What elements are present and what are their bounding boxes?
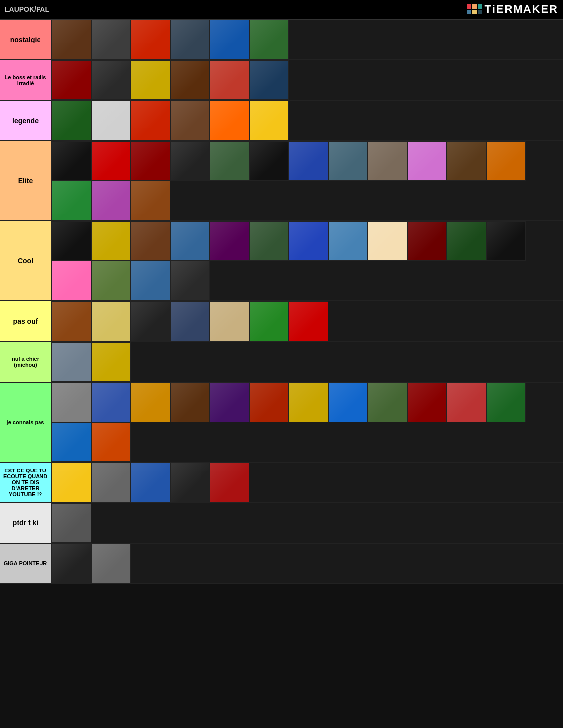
tier-item: [447, 383, 486, 422]
tier-item: [210, 60, 249, 100]
tier-label-connais-pas: je connais pas: [0, 383, 52, 462]
tier-label-ptdr: ptdr t ki: [0, 503, 52, 543]
tier-item: [91, 181, 131, 220]
tier-item: [407, 141, 447, 181]
tier-row-boss: Le boss et radis irradié: [0, 60, 563, 101]
tier-item: [131, 383, 170, 422]
tier-label-elite: Elite: [0, 141, 52, 220]
tier-item: [210, 20, 249, 59]
tier-item: [447, 221, 486, 261]
tier-item: [249, 301, 289, 341]
tier-items-cool: [52, 221, 563, 300]
tier-item: [328, 383, 368, 422]
tier-label-boss: Le boss et radis irradié: [0, 60, 52, 100]
tier-item: [131, 261, 170, 300]
tier-item: [131, 463, 170, 502]
tier-item: [91, 463, 131, 502]
tier-item: [486, 141, 526, 181]
tier-item: [368, 221, 407, 261]
tier-item: [52, 141, 91, 181]
tier-item: [249, 141, 289, 181]
tier-items-pas-ouf: [52, 301, 563, 341]
tier-item: [170, 221, 210, 261]
tier-row-ptdr: ptdr t ki: [0, 503, 563, 544]
tier-item: [486, 383, 526, 422]
tier-item: [210, 301, 249, 341]
tier-item: [52, 181, 91, 220]
logo-text: TiERMAKER: [485, 3, 558, 16]
tier-items-connais-pas: [52, 383, 563, 462]
header: LAUPOK/PAL TiERMAKER: [0, 0, 563, 20]
tier-item: [249, 383, 289, 422]
tier-item: [52, 463, 91, 502]
tier-container: nostalgieLe boss et radis irradiélegende…: [0, 20, 563, 584]
tier-item: [210, 101, 249, 140]
tier-item: [170, 141, 210, 181]
tier-item: [170, 463, 210, 502]
tier-item: [447, 141, 486, 181]
tier-item: [368, 141, 407, 181]
tier-item: [52, 101, 91, 140]
tier-row-connais-pas: je connais pas: [0, 383, 563, 463]
tier-item: [91, 141, 131, 181]
tier-item: [170, 101, 210, 140]
tier-item: [91, 301, 131, 341]
tier-item: [131, 221, 170, 261]
tier-item: [249, 20, 289, 59]
tier-row-legende: legende: [0, 101, 563, 141]
tier-item: [289, 383, 328, 422]
tier-row-nostalgie: nostalgie: [0, 20, 563, 60]
tier-item: [91, 20, 131, 59]
tier-item: [407, 221, 447, 261]
tier-item: [131, 20, 170, 59]
tier-item: [91, 101, 131, 140]
tier-item: [52, 544, 91, 583]
tier-item: [52, 301, 91, 341]
tier-label-giga: GIGA POINTEUR: [0, 544, 52, 583]
tier-item: [210, 141, 249, 181]
tier-row-elite: Elite: [0, 141, 563, 221]
tier-item: [289, 221, 328, 261]
tier-item: [52, 261, 91, 300]
tier-item: [289, 141, 328, 181]
tier-items-elite: [52, 141, 563, 220]
tier-item: [249, 101, 289, 140]
tier-row-giga: GIGA POINTEUR: [0, 544, 563, 584]
tier-item: [91, 60, 131, 100]
tier-item: [91, 544, 131, 583]
tier-row-ecoute: EST CE QUE TU ECOUTE QUAND ON TE DIS D'A…: [0, 463, 563, 503]
tier-item: [170, 20, 210, 59]
tier-item: [368, 383, 407, 422]
tier-item: [52, 20, 91, 59]
tier-row-nul: nul a chier (michou): [0, 342, 563, 383]
tier-label-cool: Cool: [0, 221, 52, 300]
tier-item: [52, 503, 91, 543]
tier-row-pas-ouf: pas ouf: [0, 301, 563, 342]
tier-item: [170, 261, 210, 300]
tier-item: [249, 60, 289, 100]
tier-item: [170, 60, 210, 100]
tier-item: [131, 181, 170, 220]
tier-item: [91, 422, 131, 462]
tier-item: [210, 383, 249, 422]
tier-item: [91, 261, 131, 300]
tier-row-cool: Cool: [0, 221, 563, 301]
tier-items-legende: [52, 101, 563, 140]
tier-item: [210, 221, 249, 261]
tier-item: [91, 383, 131, 422]
tier-label-legende: legende: [0, 101, 52, 140]
tier-item: [289, 301, 328, 341]
tier-item: [210, 463, 249, 502]
tier-item: [328, 221, 368, 261]
tier-items-nul: [52, 342, 563, 382]
tier-item: [170, 301, 210, 341]
tier-item: [131, 60, 170, 100]
tier-item: [407, 383, 447, 422]
tier-item: [486, 221, 526, 261]
tier-label-ecoute: EST CE QUE TU ECOUTE QUAND ON TE DIS D'A…: [0, 463, 52, 502]
tier-items-ecoute: [52, 463, 563, 502]
tier-item: [131, 141, 170, 181]
logo-grid-icon: [467, 4, 482, 14]
tier-label-pas-ouf: pas ouf: [0, 301, 52, 341]
tier-item: [170, 383, 210, 422]
